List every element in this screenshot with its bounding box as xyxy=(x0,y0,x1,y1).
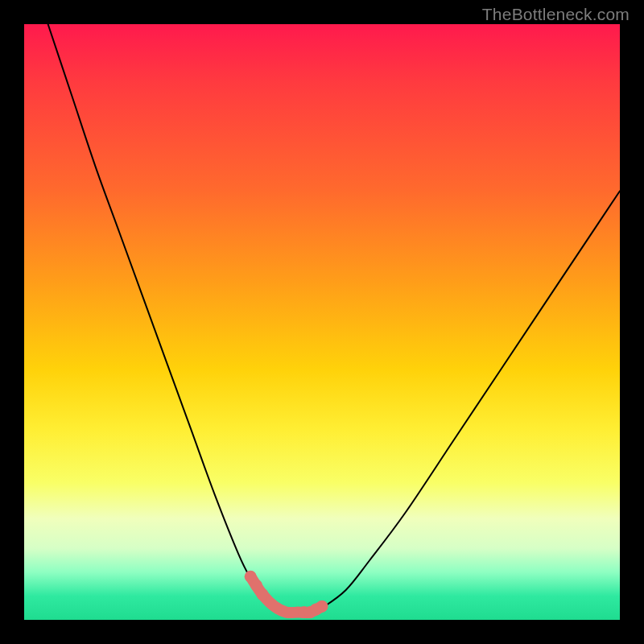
curve-svg xyxy=(24,24,620,620)
valley-marker-dot xyxy=(316,601,328,613)
watermark-text: TheBottleneck.com xyxy=(482,5,630,24)
valley-marker-dot xyxy=(257,588,269,601)
chart-frame: TheBottleneck.com xyxy=(0,0,644,644)
plot-area xyxy=(24,24,620,620)
bottleneck-curve xyxy=(48,24,620,614)
